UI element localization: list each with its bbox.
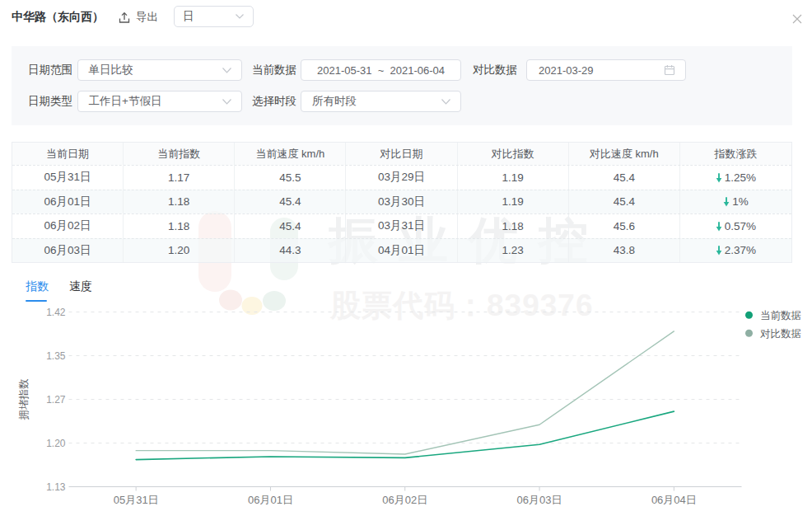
traffic-analysis-dialog: 中华路（东向西） 导出 日 日期范围 单日比较 当前数据 — [0, 0, 812, 530]
compare-data-value: 2021-03-29 — [527, 64, 664, 77]
current-data-range-input[interactable]: 2021-05-31 ~ 2021-06-04 — [301, 59, 461, 81]
table-cell: 06月03日 — [12, 239, 124, 263]
table-header-cell: 对比日期 — [346, 143, 457, 165]
page-title: 中华路（东向西） — [12, 10, 104, 25]
current-data-label: 当前数据 — [252, 59, 296, 81]
down-arrow-icon — [716, 221, 722, 232]
svg-text:06月01日: 06月01日 — [248, 494, 293, 506]
change-value: 1.25% — [725, 171, 756, 184]
change-value: 0.57% — [725, 220, 756, 232]
table-header-cell: 指数涨跌 — [680, 143, 791, 165]
filter-panel: 日期范围 单日比较 当前数据 2021-05-31 ~ 2021-06-04 对… — [12, 46, 792, 125]
table-cell: 45.5 — [235, 166, 346, 190]
date-type-select[interactable]: 工作日+节假日 — [77, 91, 242, 112]
table-cell: 1.18 — [124, 214, 235, 238]
export-icon — [119, 12, 130, 24]
change-value: 2.37% — [725, 244, 756, 256]
table-cell: 1.19 — [458, 190, 569, 214]
table-cell: 45.4 — [569, 190, 680, 214]
table-cell: 1.18 — [458, 214, 569, 238]
table-cell: 03月29日 — [346, 166, 457, 190]
table-row: 05月31日1.1745.503月29日1.1945.41.25% — [12, 165, 791, 190]
table-cell: 03月30日 — [346, 190, 457, 214]
date-range-label: 日期范围 — [28, 59, 72, 81]
tab-active[interactable]: 指数 — [26, 279, 49, 302]
table-row: 06月03日1.2044.304月01日1.2343.82.37% — [12, 238, 791, 263]
table-cell: 06月01日 — [12, 190, 124, 214]
table-cell: 45.4 — [569, 166, 680, 190]
comparison-table: 当前日期当前指数当前速度 km/h对比日期对比指数对比速度 km/h指数涨跌 0… — [12, 142, 792, 263]
table-cell-change: 1.25% — [680, 166, 791, 190]
table-cell: 1.19 — [458, 166, 569, 190]
table-cell-change: 2.37% — [680, 239, 791, 263]
svg-text:06月04日: 06月04日 — [651, 494, 697, 506]
table-cell: 1.20 — [124, 239, 235, 263]
svg-text:对比数据: 对比数据 — [760, 328, 801, 340]
svg-text:当前数据: 当前数据 — [760, 310, 801, 321]
svg-text:拥堵指数: 拥堵指数 — [18, 378, 30, 421]
svg-text:1.35: 1.35 — [46, 350, 66, 362]
chevron-down-icon — [222, 67, 232, 74]
table-row: 06月02日1.1845.403月31日1.1845.60.57% — [12, 213, 791, 238]
table-header-cell: 对比速度 km/h — [569, 143, 680, 165]
date-range-select[interactable]: 单日比较 — [77, 59, 242, 81]
svg-text:1.13: 1.13 — [46, 481, 66, 493]
svg-text:1.42: 1.42 — [46, 307, 66, 318]
chevron-down-icon — [441, 98, 451, 106]
time-period-value: 所有时段 — [301, 94, 441, 109]
table-header-cell: 对比指数 — [458, 143, 569, 165]
svg-text:05月31日: 05月31日 — [114, 494, 159, 506]
date-range-value: 单日比较 — [78, 63, 222, 77]
calendar-icon — [664, 64, 675, 76]
close-icon[interactable] — [791, 13, 803, 25]
compare-data-date-input[interactable]: 2021-03-29 — [526, 59, 686, 81]
table-header-row: 当前日期当前指数当前速度 km/h对比日期对比指数对比速度 km/h指数涨跌 — [12, 143, 791, 165]
date-type-value: 工作日+节假日 — [78, 94, 222, 109]
table-cell: 44.3 — [235, 239, 346, 263]
svg-text:06月02日: 06月02日 — [382, 494, 427, 506]
current-data-range-value: 2021-05-31 ~ 2021-06-04 — [301, 64, 460, 77]
tab-inactive[interactable]: 速度 — [69, 279, 92, 302]
export-label: 导出 — [136, 10, 158, 25]
table-cell: 06月02日 — [12, 214, 124, 238]
table-cell: 45.6 — [569, 214, 680, 238]
table-cell: 03月31日 — [346, 214, 457, 238]
table-cell-change: 0.57% — [680, 214, 791, 238]
svg-text:06月03日: 06月03日 — [517, 494, 562, 506]
date-type-label: 日期类型 — [28, 91, 72, 112]
granularity-value: 日 — [183, 9, 235, 24]
table-cell: 1.23 — [458, 239, 569, 263]
down-arrow-icon — [716, 172, 722, 183]
table-header-cell: 当前指数 — [124, 143, 235, 165]
table-cell-change: 1% — [680, 190, 791, 214]
table-cell: 04月01日 — [346, 239, 457, 263]
table-header-cell: 当前日期 — [12, 143, 124, 165]
table-cell: 1.17 — [124, 166, 235, 190]
chart-tabs: 指数速度 — [26, 279, 92, 302]
compare-data-label: 对比数据 — [473, 59, 517, 81]
svg-text:1.20: 1.20 — [46, 438, 66, 449]
table-cell: 43.8 — [569, 239, 680, 263]
table-cell: 45.4 — [235, 190, 346, 214]
table-row: 06月01日1.1845.403月30日1.1945.41% — [12, 190, 791, 214]
table-cell: 05月31日 — [12, 166, 124, 190]
time-period-select[interactable]: 所有时段 — [301, 91, 461, 112]
down-arrow-icon — [716, 245, 722, 256]
chevron-down-icon — [235, 13, 245, 20]
time-period-label: 选择时段 — [252, 91, 296, 112]
export-button[interactable]: 导出 — [119, 10, 158, 25]
table-header-cell: 当前速度 km/h — [235, 143, 346, 165]
granularity-select[interactable]: 日 — [174, 6, 254, 27]
chevron-down-icon — [222, 98, 232, 106]
svg-text:1.27: 1.27 — [46, 394, 66, 406]
table-cell: 45.4 — [235, 214, 346, 238]
down-arrow-icon — [723, 196, 730, 207]
change-value: 1% — [732, 195, 749, 208]
table-cell: 1.18 — [124, 190, 235, 214]
watermark-subtext: 股票代码：839376 — [330, 285, 593, 326]
